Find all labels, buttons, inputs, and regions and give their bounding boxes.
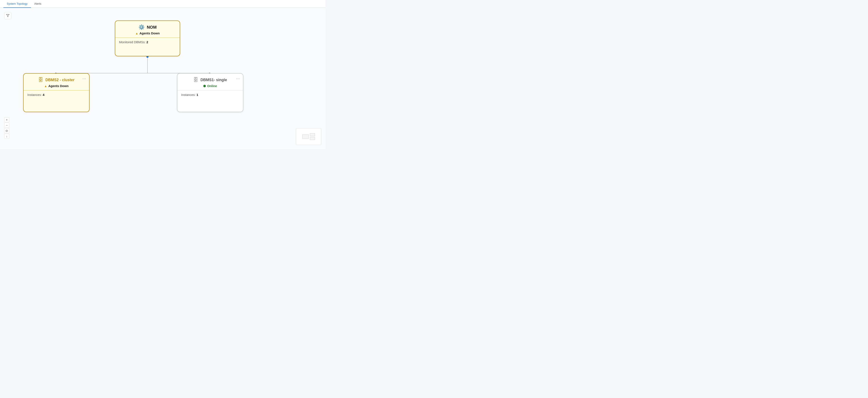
tab-system-topology[interactable]: System Topology <box>3 0 31 8</box>
dbms2-db-icon: 🗄 <box>38 77 43 83</box>
zoom-controls: + − ⊙ ↓ <box>4 117 9 139</box>
tab-alerts[interactable]: Alerts <box>31 0 45 8</box>
dbms1-online-icon <box>203 85 206 87</box>
minimap-content <box>302 133 315 140</box>
dbms2-status: ▲ Agents Down <box>44 84 69 88</box>
zoom-in-button[interactable]: + <box>4 117 9 122</box>
minimap-rect-2 <box>310 133 315 136</box>
zoom-fit-button[interactable]: ⊙ <box>4 128 9 133</box>
dbms1-footer-value: 1 <box>196 93 198 96</box>
dbms1-db-icon: 🗄 <box>193 77 198 83</box>
dbms1-status-text: Online <box>207 84 217 88</box>
filter-icon <box>6 14 9 17</box>
svg-marker-0 <box>6 14 9 17</box>
nom-footer: Monitored DBMSs: 2 <box>115 38 180 47</box>
nom-node[interactable]: ⚙️ NOM ▲ Agents Down Monitored DBMSs: 2 <box>115 21 180 56</box>
zoom-out-button[interactable]: − <box>4 123 9 128</box>
dbms2-footer: Instances: 4 <box>24 90 89 99</box>
dbms2-status-text: Agents Down <box>49 84 69 88</box>
tabs-bar: System Topology Alerts <box>0 0 326 8</box>
nom-footer-label: Monitored DBMSs: <box>119 40 146 44</box>
minimap <box>296 128 321 145</box>
minimap-rect-3 <box>310 137 315 140</box>
dbms2-name: DBMS2 - cluster <box>45 78 74 82</box>
app-container: System Topology Alerts <box>0 0 326 149</box>
nom-warning-icon: ▲ <box>135 32 138 35</box>
dbms1-footer-label: Instances: <box>181 93 195 96</box>
dbms2-menu-button[interactable]: ··· <box>82 77 86 81</box>
dbms2-node[interactable]: ··· 🗄 DBMS2 - cluster ▲ Agents Down Inst… <box>23 73 90 112</box>
dbms1-footer: Instances: 1 <box>177 90 243 99</box>
nom-node-header: ⚙️ NOM ▲ Agents Down <box>115 21 180 37</box>
dbms2-footer-value: 4 <box>43 93 44 96</box>
dbms2-node-header: 🗄 DBMS2 - cluster ▲ Agents Down <box>24 74 89 90</box>
dbms1-status: Online <box>203 84 217 88</box>
dbms2-warning-icon: ▲ <box>44 84 47 88</box>
minimap-rect-1 <box>302 135 309 139</box>
nom-status: ▲ Agents Down <box>135 31 160 35</box>
nom-status-text: Agents Down <box>140 31 160 35</box>
dbms1-node-header: 🗄 DBMS1- single Online <box>177 74 243 90</box>
nom-title-row: ⚙️ NOM <box>138 24 157 30</box>
dbms1-name: DBMS1- single <box>200 78 227 82</box>
dbms1-title-row: 🗄 DBMS1- single <box>193 77 227 83</box>
nom-name: NOM <box>147 25 157 30</box>
nom-gear-icon: ⚙️ <box>138 24 145 30</box>
dbms2-title-row: 🗄 DBMS2 - cluster <box>38 77 74 83</box>
nom-footer-value: 2 <box>147 40 148 44</box>
dbms1-node[interactable]: ··· 🗄 DBMS1- single Online Instances: 1 <box>177 73 243 112</box>
zoom-reset-button[interactable]: ↓ <box>4 134 9 139</box>
canvas-area: ⚙️ NOM ▲ Agents Down Monitored DBMSs: 2 … <box>0 8 326 149</box>
filter-button[interactable] <box>4 12 11 19</box>
dbms2-footer-label: Instances: <box>27 93 42 96</box>
dbms1-menu-button[interactable]: ··· <box>236 77 240 81</box>
